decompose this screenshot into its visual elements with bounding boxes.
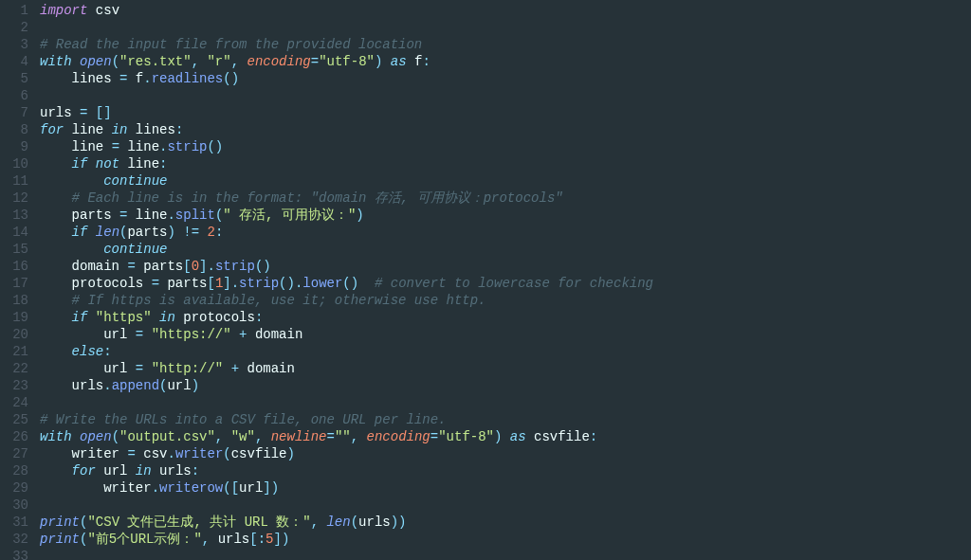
code-line[interactable]: if "https" in protocols: xyxy=(40,309,971,326)
token-kw-op: ) xyxy=(356,208,363,223)
token-kw-op: ]) xyxy=(263,480,279,496)
line-number: 31 xyxy=(0,514,28,531)
token-kw-flow: in xyxy=(159,310,175,325)
token-plain xyxy=(112,71,119,86)
token-kw-flow: not xyxy=(96,156,119,172)
token-ident: url xyxy=(103,463,127,479)
code-line[interactable]: line = line.strip() xyxy=(40,138,971,155)
token-kw-op: ([ xyxy=(223,480,239,496)
code-line[interactable]: parts = line.split(" 存活, 可用协议：") xyxy=(40,207,971,224)
token-module: csv xyxy=(96,3,119,18)
code-line[interactable]: url = "http://" + domain xyxy=(40,360,971,377)
code-line[interactable]: # Write the URLs into a CSV file, one UR… xyxy=(40,411,971,428)
code-line[interactable]: if not line: xyxy=(40,155,971,172)
code-line[interactable]: print("CSV 文件已生成, 共计 URL 数：", len(urls)) xyxy=(40,514,971,531)
token-kw-op: = xyxy=(127,446,135,461)
token-ident: f xyxy=(136,71,143,86)
code-line[interactable]: protocols = parts[1].strip().lower() # c… xyxy=(40,275,971,292)
code-line[interactable]: # Each line is in the format: "domain 存活… xyxy=(40,190,971,207)
token-ident: parts xyxy=(72,208,112,223)
token-plain xyxy=(526,429,534,444)
token-ident: url xyxy=(167,378,191,393)
token-plain xyxy=(127,327,135,342)
token-ident: parts xyxy=(127,225,167,240)
token-kw-op: : xyxy=(422,54,430,69)
line-number: 26 xyxy=(0,428,28,445)
code-line[interactable] xyxy=(40,19,971,36)
token-string: " 存活, 可用协议：" xyxy=(223,208,356,223)
token-plain xyxy=(87,156,95,172)
token-ident: lines xyxy=(72,71,112,86)
token-plain xyxy=(40,71,72,86)
code-line[interactable] xyxy=(40,87,971,104)
token-plain xyxy=(40,310,72,325)
code-line[interactable] xyxy=(40,548,971,560)
token-plain xyxy=(231,327,239,342)
token-method: lower xyxy=(302,276,342,291)
token-ident: protocols xyxy=(72,276,144,291)
line-number: 19 xyxy=(0,309,28,326)
token-plain xyxy=(40,173,103,189)
token-plain xyxy=(127,208,135,223)
line-number: 24 xyxy=(0,394,28,411)
code-line[interactable]: with open("output.csv", "w", newline="",… xyxy=(40,428,971,445)
code-line[interactable]: for line in lines: xyxy=(40,121,971,138)
code-line[interactable]: continue xyxy=(40,241,971,258)
line-number: 16 xyxy=(0,258,28,275)
token-comment: # Each line is in the format: "domain 存活… xyxy=(72,190,563,206)
token-plain xyxy=(40,344,72,359)
line-number: 11 xyxy=(0,172,28,190)
token-plain xyxy=(40,378,72,393)
code-area[interactable]: import csv# Read the input file from the… xyxy=(40,0,971,560)
code-line[interactable]: writer = csv.writer(csvfile) xyxy=(40,445,971,462)
token-plain xyxy=(40,225,72,240)
token-kw-op: (). xyxy=(279,276,302,291)
token-plain xyxy=(40,139,72,154)
token-kw-op: : xyxy=(590,429,597,444)
code-line[interactable]: domain = parts[0].strip() xyxy=(40,258,971,275)
code-line[interactable]: url = "https://" + domain xyxy=(40,326,971,343)
token-plain xyxy=(136,259,143,274)
code-line[interactable]: writer.writerow([url]) xyxy=(40,479,971,497)
token-ident: line xyxy=(72,122,104,137)
token-kw-op: [] xyxy=(96,105,112,120)
token-plain xyxy=(152,463,159,479)
token-string: "output.csv" xyxy=(119,429,215,444)
token-plain xyxy=(40,190,72,206)
code-line[interactable]: # Read the input file from the provided … xyxy=(40,36,971,53)
token-ident: parts xyxy=(167,276,207,291)
code-line[interactable]: urls = [] xyxy=(40,104,971,121)
code-line[interactable]: else: xyxy=(40,343,971,360)
code-line[interactable]: lines = f.readlines() xyxy=(40,70,971,87)
line-number: 20 xyxy=(0,326,28,343)
code-line[interactable]: # If https is available, use it; otherwi… xyxy=(40,292,971,309)
token-kw-op: = xyxy=(112,139,119,154)
token-kw-flow: for xyxy=(40,122,64,137)
code-line[interactable]: urls.append(url) xyxy=(40,377,971,394)
token-kw-op: . xyxy=(167,446,174,461)
token-plain xyxy=(40,276,72,291)
code-line[interactable]: continue xyxy=(40,172,971,190)
token-kw-op: : xyxy=(159,156,167,172)
token-ident: lines xyxy=(136,122,175,137)
line-number: 28 xyxy=(0,462,28,479)
token-ident: urls xyxy=(72,378,104,393)
code-line[interactable] xyxy=(40,394,971,411)
token-kw-op: () xyxy=(207,139,223,154)
line-number: 5 xyxy=(0,70,28,87)
token-plain xyxy=(143,327,151,342)
code-line[interactable]: for url in urls: xyxy=(40,462,971,479)
token-kw-op: : xyxy=(215,225,223,240)
token-kw-op: , xyxy=(351,429,367,444)
token-ident: urls xyxy=(40,105,72,120)
token-plain xyxy=(40,327,103,342)
token-ident: urls xyxy=(218,532,250,547)
code-line[interactable] xyxy=(40,497,971,514)
token-plain xyxy=(40,259,72,274)
code-line[interactable]: if len(parts) != 2: xyxy=(40,224,971,241)
code-editor[interactable]: 1234567891011121314151617181920212223242… xyxy=(0,0,971,560)
code-line[interactable]: print("前5个URL示例：", urls[:5]) xyxy=(40,531,971,548)
code-line[interactable]: with open("res.txt", "r", encoding="utf-… xyxy=(40,53,971,70)
code-line[interactable]: import csv xyxy=(40,2,971,19)
token-plain xyxy=(40,446,72,461)
